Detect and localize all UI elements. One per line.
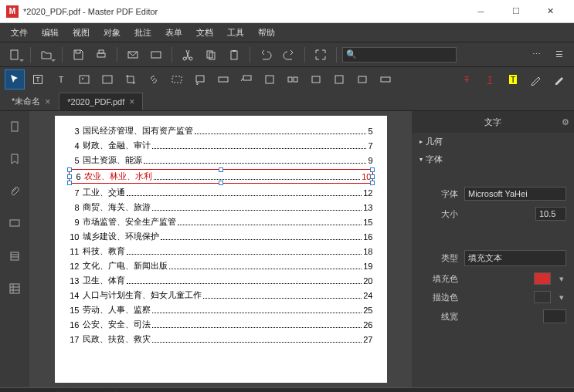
menu-edit[interactable]: 编辑 (36, 25, 65, 41)
print-button[interactable] (91, 45, 111, 65)
stamp-tool[interactable] (213, 69, 233, 90)
strikeout-tool[interactable]: T (457, 69, 477, 90)
section-font[interactable]: ▾字体 (412, 150, 574, 168)
left-sidebar (0, 111, 29, 387)
bookmarks-panel-icon[interactable] (5, 150, 24, 168)
toc-row[interactable]: 12文化、广电、新闻出版19 (69, 260, 373, 272)
toolbar-main: ⋯ ☰ (0, 42, 574, 66)
svg-rect-11 (80, 76, 89, 83)
toc-row[interactable]: 9市场监管、安全生产监管15 (69, 216, 373, 228)
toc-row[interactable]: 7工业、交通12 (69, 187, 373, 198)
type-label: 类型 (419, 252, 458, 264)
select-tool[interactable] (5, 69, 25, 90)
link-tool[interactable] (144, 69, 164, 90)
scan-button[interactable] (146, 45, 166, 65)
new-button[interactable] (5, 45, 25, 65)
underline-tool[interactable]: T (480, 69, 500, 90)
shape-tool[interactable] (260, 69, 280, 90)
crop-tool[interactable] (121, 69, 141, 90)
toc-row[interactable]: 8商贸、海关、旅游13 (69, 201, 373, 213)
svg-rect-17 (243, 76, 251, 80)
textbox-tool[interactable] (167, 69, 187, 90)
fill-color-swatch[interactable] (534, 272, 551, 285)
toc-row[interactable]: 17民政、扶贫、救灾27 (69, 333, 373, 345)
panel-header: 文字 ⚙ (412, 111, 574, 133)
paste-button[interactable] (224, 45, 244, 65)
pages-panel-icon[interactable] (5, 117, 24, 136)
toc-row[interactable]: 11科技、教育18 (69, 245, 373, 257)
settings-icon[interactable]: ⚙ (562, 117, 569, 127)
size-value[interactable]: 10.5 (535, 207, 566, 221)
text-select-tool[interactable]: T (28, 69, 48, 90)
cut-button[interactable] (178, 45, 198, 65)
svg-rect-13 (103, 76, 112, 83)
dropdown-icon[interactable]: ▾ (557, 292, 566, 302)
highlight-tool[interactable] (283, 69, 303, 90)
pencil-tool[interactable] (526, 69, 546, 90)
callout-tool[interactable] (236, 69, 256, 90)
toc-row[interactable]: 14人口与计划生育、妇女儿童工作24 (69, 289, 373, 301)
menu-object[interactable]: 对象 (97, 25, 127, 41)
linewidth-value[interactable] (543, 309, 566, 323)
toolbar-tools: T T T T T (0, 66, 574, 91)
redo-button[interactable] (279, 45, 299, 65)
copy-button[interactable] (201, 45, 221, 65)
menu-form[interactable]: 表单 (159, 25, 189, 41)
fill-label: 填充色 (419, 273, 458, 285)
toc-row[interactable]: 15劳动、人事、监察25 (69, 304, 373, 316)
document-area[interactable]: 3国民经济管理、国有资产监管54财政、金融、审计75国土资源、能源96农业、林业… (29, 111, 412, 387)
app-logo-icon: M (6, 5, 19, 18)
titlebar: M *2020_PDF.pdf - Master PDF Editor ─ ☐ … (0, 0, 574, 23)
section-geometry[interactable]: ▸几何 (412, 133, 574, 150)
tab-document[interactable]: *2020_PDF.pdf× (59, 93, 143, 110)
window-title: *2020_PDF.pdf - Master PDF Editor (23, 7, 464, 16)
tab-close-icon[interactable]: × (45, 96, 50, 107)
menu-document[interactable]: 文档 (190, 25, 219, 41)
toc-row[interactable]: 10城乡建设、环境保护16 (69, 231, 373, 242)
menu-annotate[interactable]: 批注 (128, 25, 158, 41)
tab-unnamed[interactable]: *未命名× (3, 92, 59, 110)
attachment-tool[interactable] (352, 69, 372, 90)
menu-icon[interactable]: ☰ (549, 45, 569, 65)
toc-row[interactable]: 16公安、安全、司法26 (69, 319, 373, 330)
font-value[interactable]: Microsoft YaHei (464, 187, 566, 201)
tab-close-icon[interactable]: × (129, 96, 134, 107)
highlight-text-tool[interactable]: T (503, 69, 523, 90)
initial-tool[interactable] (329, 69, 349, 90)
maximize-button[interactable]: ☐ (498, 1, 533, 22)
fit-button[interactable] (311, 45, 331, 65)
svg-rect-23 (358, 76, 366, 83)
save-button[interactable] (68, 45, 88, 65)
type-value[interactable]: 填充文本 (464, 250, 566, 266)
attachments-panel-icon[interactable] (5, 182, 24, 201)
eraser-tool[interactable] (549, 69, 569, 90)
comments-panel-icon[interactable] (5, 215, 24, 233)
menu-view[interactable]: 视图 (66, 25, 96, 41)
form-tool[interactable] (97, 69, 117, 90)
close-button[interactable]: ✕ (533, 1, 568, 22)
text-tool[interactable]: T (51, 69, 71, 90)
stroke-color-swatch[interactable] (534, 291, 551, 303)
toc-row[interactable]: 3国民经济管理、国有资产监管5 (69, 125, 373, 137)
menu-tools[interactable]: 工具 (221, 25, 250, 41)
menu-help[interactable]: 帮助 (252, 25, 281, 41)
layers-panel-icon[interactable] (5, 247, 24, 265)
toc-row[interactable]: 6农业、林业、水利10 (69, 169, 373, 184)
more-icon[interactable]: ⋯ (526, 45, 546, 65)
note-tool[interactable] (190, 69, 210, 90)
toc-row[interactable]: 5国土资源、能源9 (69, 154, 373, 166)
fields-panel-icon[interactable] (5, 279, 24, 298)
line-tool[interactable] (375, 69, 396, 90)
toc-row[interactable]: 4财政、金融、审计7 (69, 140, 373, 151)
toc-row[interactable]: 13卫生、体育20 (69, 275, 373, 286)
image-tool[interactable] (74, 69, 94, 90)
undo-button[interactable] (256, 45, 276, 65)
dropdown-icon[interactable]: ▾ (557, 274, 566, 284)
signature-tool[interactable] (306, 69, 326, 90)
minimize-button[interactable]: ─ (464, 1, 498, 22)
search-input[interactable] (342, 47, 457, 63)
email-button[interactable] (123, 45, 143, 65)
menu-file[interactable]: 文件 (5, 25, 34, 41)
open-button[interactable] (36, 45, 56, 65)
svg-rect-25 (12, 122, 18, 131)
